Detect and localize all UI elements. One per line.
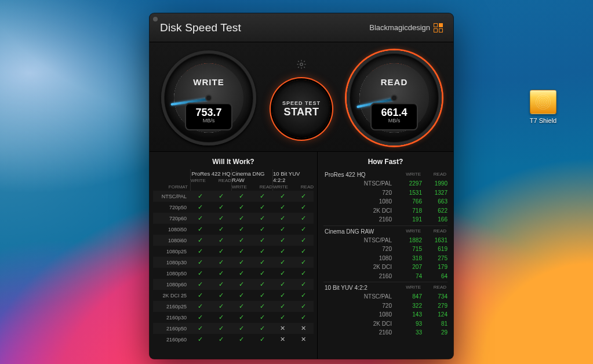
desktop-drive-icon[interactable]: T7 Shield <box>523 90 563 125</box>
fps-write: 93 <box>396 321 422 327</box>
codec-name: Cinema DNG RAW <box>325 228 395 235</box>
format-label: 720p60 <box>153 216 190 221</box>
table-row: 720p60✓✓✓✓✓✓ <box>153 213 314 224</box>
resolution-label: 720 <box>323 246 396 252</box>
check-icon: ✓ <box>211 314 232 321</box>
check-icon: ✓ <box>252 204 273 210</box>
check-icon: ✓ <box>211 281 232 287</box>
check-icon: ✓ <box>293 303 314 310</box>
check-icon: ✓ <box>190 248 211 254</box>
fps-write: 2297 <box>396 180 422 187</box>
fps-read: 1327 <box>422 190 448 196</box>
check-icon: ✓ <box>190 281 211 287</box>
format-label: 2160p30 <box>153 315 190 321</box>
svg-point-0 <box>300 63 303 66</box>
fps-read: 124 <box>422 311 448 318</box>
check-icon: ✓ <box>293 259 314 265</box>
check-icon: ✓ <box>252 314 273 321</box>
check-icon: ✓ <box>293 215 314 221</box>
fps-read: 663 <box>422 198 448 205</box>
read-gauge-label: READ <box>350 77 438 87</box>
col-read: READ <box>421 172 446 178</box>
check-icon: ✓ <box>252 237 273 243</box>
format-label: 1080i50 <box>153 227 190 232</box>
table-row: 720715619 <box>323 245 448 254</box>
will-it-work-title: Will It Work? <box>150 155 317 169</box>
resolution-label: 720 <box>323 303 396 309</box>
resolution-label: NTSC/PAL <box>323 293 396 300</box>
check-icon: ✓ <box>272 226 293 232</box>
check-icon: ✓ <box>211 193 232 199</box>
check-icon: ✓ <box>211 204 232 210</box>
disk-speed-test-window: Disk Speed Test Blackmagicdesign WRITE 7… <box>150 13 453 359</box>
cross-icon: ✕ <box>272 325 293 332</box>
table-row: 720322279 <box>323 301 448 311</box>
check-icon: ✓ <box>252 193 273 199</box>
check-icon: ✓ <box>231 314 252 321</box>
fps-read: 275 <box>422 255 448 261</box>
fps-write: 318 <box>396 255 422 261</box>
check-icon: ✓ <box>231 281 252 287</box>
resolution-label: 2160 <box>323 216 396 223</box>
resolution-label: 2160 <box>323 273 396 279</box>
fps-write: 718 <box>396 208 422 214</box>
check-icon: ✓ <box>231 193 252 199</box>
check-icon: ✓ <box>231 248 252 254</box>
check-icon: ✓ <box>231 270 252 276</box>
table-row: 2160191166 <box>323 215 448 224</box>
start-button[interactable]: SPEED TEST START <box>272 80 330 138</box>
fps-read: 179 <box>422 264 448 270</box>
brand-logo-icon <box>434 23 443 32</box>
will-it-work-header: FORMAT ProRes 422 HQWRITEREAD Cinema DNG… <box>150 169 317 191</box>
table-row: NTSC/PAL18821631 <box>323 236 448 245</box>
check-icon: ✓ <box>231 303 252 310</box>
col-read: READ <box>421 285 446 291</box>
check-icon: ✓ <box>272 204 293 210</box>
check-icon: ✓ <box>231 325 252 332</box>
check-icon: ✓ <box>190 215 211 221</box>
table-row: NTSC/PAL22971990 <box>323 179 448 188</box>
table-row: 1080766663 <box>323 197 448 206</box>
fps-write: 1531 <box>396 190 422 196</box>
resolution-label: 2K DCI <box>323 321 396 327</box>
fps-read: 279 <box>422 303 448 309</box>
resolution-label: 720 <box>323 190 396 196</box>
check-icon: ✓ <box>211 215 232 221</box>
table-row: NTSC/PAL✓✓✓✓✓✓ <box>153 191 314 202</box>
check-icon: ✓ <box>190 237 211 243</box>
format-label: 1080p50 <box>153 271 190 276</box>
how-fast-panel: How Fast? ProRes 422 HQWRITEREADNTSC/PAL… <box>318 152 453 359</box>
fps-write: 766 <box>396 198 422 205</box>
titlebar[interactable]: Disk Speed Test Blackmagicdesign <box>150 13 453 42</box>
check-icon: ✓ <box>190 336 211 343</box>
close-icon[interactable] <box>153 17 158 21</box>
check-icon: ✓ <box>190 226 211 232</box>
table-row: 1080p50✓✓✓✓✓✓ <box>153 268 314 279</box>
write-gauge-label: WRITE <box>165 77 253 87</box>
check-icon: ✓ <box>190 259 211 265</box>
check-icon: ✓ <box>190 314 211 321</box>
check-icon: ✓ <box>293 292 314 299</box>
resolution-label: 2K DCI <box>323 208 396 214</box>
fps-read: 1990 <box>422 180 448 187</box>
gear-icon[interactable] <box>295 58 308 71</box>
format-label: 2160p50 <box>153 326 190 332</box>
check-icon: ✓ <box>252 281 273 287</box>
fps-write: 143 <box>396 311 422 318</box>
check-icon: ✓ <box>252 215 273 221</box>
check-icon: ✓ <box>272 292 293 299</box>
external-drive-icon <box>530 90 556 114</box>
brand-label: Blackmagicdesign <box>369 23 443 32</box>
col-read: READ <box>421 228 446 235</box>
table-row: 21603329 <box>323 328 448 337</box>
check-icon: ✓ <box>252 303 273 310</box>
check-icon: ✓ <box>231 292 252 299</box>
resolution-label: 1080 <box>323 198 396 205</box>
fps-write: 1882 <box>396 237 422 243</box>
col-write: WRITE <box>395 285 421 291</box>
how-fast-group: Cinema DNG RAWWRITEREADNTSC/PAL188216317… <box>323 225 448 281</box>
check-icon: ✓ <box>272 270 293 276</box>
check-icon: ✓ <box>293 248 314 254</box>
table-row: 1080143124 <box>323 310 448 319</box>
fps-read: 622 <box>422 208 448 214</box>
